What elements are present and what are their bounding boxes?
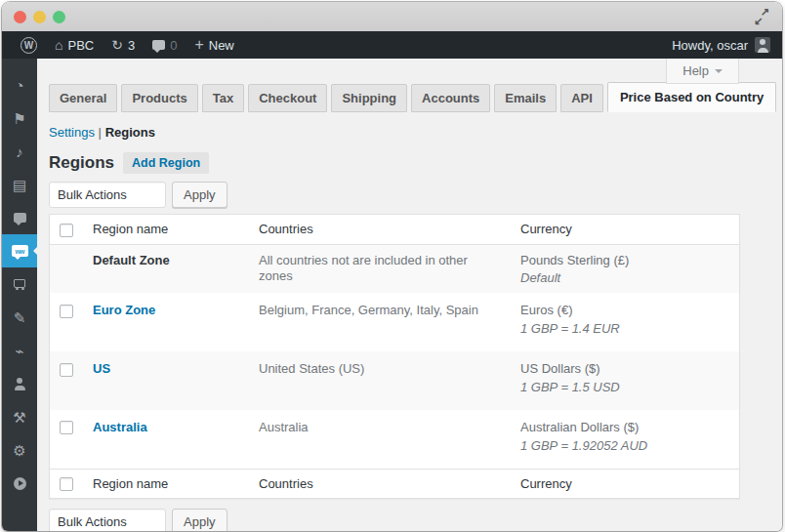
region-countries: Australia [249, 410, 511, 469]
region-name-us-link[interactable]: US [93, 361, 110, 376]
account-menu[interactable]: Howdy, oscar [672, 37, 772, 53]
add-region-button[interactable]: Add Region [123, 152, 209, 174]
site-name-label: PBC [67, 38, 94, 53]
posts-pin-icon: ⚑ [13, 111, 25, 126]
cart-icon [13, 278, 26, 290]
help-dropdown[interactable]: Help [666, 59, 739, 84]
minimize-window-button[interactable] [33, 11, 46, 23]
tab-general[interactable]: General [49, 84, 117, 112]
region-rate-note: 1 GBP = 1.92052 AUD [520, 438, 729, 455]
wp-admin-bar: W ⌂ PBC ↻ 3 0 + New Howdy, oscar [2, 31, 782, 59]
regions-table: Region name Countries Currency Default Z… [49, 214, 740, 499]
pages-icon: ▤ [13, 178, 26, 192]
region-currency: Australian Dollars ($) [520, 420, 729, 436]
sidebar-item-price-based-on-country[interactable]: ww [2, 234, 37, 267]
tab-shipping[interactable]: Shipping [331, 84, 407, 112]
sidebar-item-appearance[interactable]: ✎ [2, 301, 37, 334]
tab-tax[interactable]: Tax [202, 84, 244, 112]
close-window-button[interactable] [14, 11, 26, 23]
table-header-row: Region name Countries Currency [50, 215, 740, 245]
column-header-currency: Currency [511, 215, 740, 245]
apply-button[interactable]: Apply [172, 182, 227, 208]
table-row: Default Zone All countries not are inclu… [50, 244, 740, 293]
comments-bubble-icon [14, 213, 26, 223]
subnav-settings-link[interactable]: Settings [49, 125, 95, 140]
browser-titlebar: ↗ ↙ [2, 2, 782, 31]
tab-accounts[interactable]: Accounts [411, 84, 490, 112]
column-footer-countries: Countries [249, 469, 511, 499]
column-footer-currency: Currency [511, 469, 740, 499]
region-countries: Belgium, France, Germany, Italy, Spain [249, 293, 511, 351]
sidebar-item-comments[interactable] [2, 201, 37, 234]
new-label: New [209, 38, 234, 53]
admin-content: Help General Products Tax Checkout Shipp… [37, 59, 782, 531]
plugins-plug-icon: ⌁ [15, 344, 23, 358]
updates-count: 3 [128, 38, 135, 53]
zoom-window-button[interactable] [53, 11, 65, 23]
admin-sidebar: ◔ ⚑ ♪ ▤ ww ✎ ⌁ [2, 59, 37, 531]
howdy-text: Howdy, oscar [672, 38, 748, 53]
new-content-menu[interactable]: + New [186, 31, 242, 59]
region-countries: United States (US) [249, 351, 511, 410]
bulk-actions-select[interactable]: Bulk Actions [49, 182, 166, 208]
tablenav-bottom: Bulk Actions Apply [49, 508, 782, 531]
page-title: Regions [49, 153, 114, 173]
region-rate-note: 1 GBP = 1.4 EUR [520, 321, 729, 338]
sidebar-item-tools[interactable]: ⚒ [2, 400, 37, 433]
tablenav-top: Bulk Actions Apply [49, 181, 782, 208]
column-header-region-name: Region name [83, 215, 249, 245]
users-icon [14, 378, 26, 390]
sidebar-item-dashboard[interactable]: ◔ [2, 68, 37, 102]
resize-icon[interactable]: ↗ ↙ [753, 8, 770, 25]
home-icon: ⌂ [55, 38, 62, 52]
tools-wrench-icon: ⚒ [13, 410, 25, 425]
table-footer-row: Region name Countries Currency [50, 469, 740, 499]
row-checkbox-us[interactable] [60, 363, 73, 377]
tab-api[interactable]: API [560, 84, 603, 112]
sidebar-item-pages[interactable]: ▤ [2, 168, 37, 201]
select-all-checkbox-footer[interactable] [60, 477, 73, 491]
region-rate-note: Default [520, 270, 729, 287]
woocommerce-bubble-icon: ww [12, 245, 28, 257]
table-row: Euro Zone Belgium, France, Germany, Ital… [50, 293, 740, 351]
tab-emails[interactable]: Emails [494, 84, 557, 112]
column-footer-region-name: Region name [83, 469, 249, 499]
apply-button-bottom[interactable]: Apply [172, 509, 227, 531]
region-name-euro-zone-link[interactable]: Euro Zone [93, 303, 155, 317]
browser-window: ↗ ↙ W ⌂ PBC ↻ 3 0 + New Howdy, oscar [2, 2, 782, 531]
tab-price-based-on-country[interactable]: Price Based on Country [607, 82, 776, 112]
region-currency: US Dollars ($) [520, 361, 729, 378]
sidebar-item-settings[interactable]: ⚙ [2, 433, 37, 467]
plus-icon: + [194, 37, 203, 53]
sidebar-item-media-player[interactable] [2, 467, 37, 500]
comments-menu[interactable]: 0 [144, 31, 186, 59]
dashboard-icon: ◔ [15, 78, 23, 93]
row-checkbox-euro-zone[interactable] [60, 305, 73, 318]
comments-icon [152, 40, 165, 50]
sidebar-item-plugins[interactable]: ⌁ [2, 334, 37, 367]
table-row: Australia Australia Australian Dollars (… [50, 410, 740, 469]
site-name-menu[interactable]: ⌂ PBC [46, 31, 103, 59]
bulk-actions-select-bottom[interactable]: Bulk Actions [49, 509, 166, 531]
row-checkbox-australia[interactable] [60, 421, 73, 434]
sidebar-item-users[interactable] [2, 367, 37, 400]
sidebar-item-posts[interactable]: ⚑ [2, 102, 37, 135]
region-name-australia-link[interactable]: Australia [93, 420, 147, 434]
user-avatar [755, 37, 770, 53]
region-currency: Pounds Sterling (£) [520, 253, 729, 269]
help-label: Help [682, 63, 709, 78]
sidebar-item-media[interactable]: ♪ [2, 135, 37, 168]
chevron-down-icon [715, 69, 723, 77]
tab-checkout[interactable]: Checkout [248, 84, 327, 112]
region-countries: All countries not are included in other … [249, 244, 511, 293]
updates-menu[interactable]: ↻ 3 [103, 31, 144, 59]
table-row: US United States (US) US Dollars ($) 1 G… [50, 351, 740, 410]
sidebar-item-products[interactable] [2, 267, 37, 301]
region-currency: Euros (€) [520, 303, 729, 319]
wp-logo-menu[interactable]: W [12, 31, 46, 59]
media-icon: ♪ [16, 144, 23, 159]
tab-products[interactable]: Products [121, 84, 197, 112]
select-all-checkbox[interactable] [60, 224, 73, 237]
column-header-countries: Countries [249, 215, 511, 245]
updates-icon: ↻ [111, 38, 123, 52]
